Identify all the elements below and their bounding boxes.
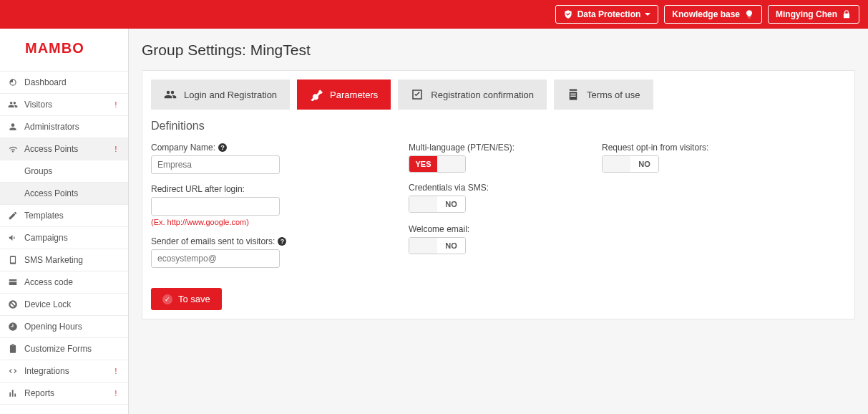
lightbulb-icon <box>744 9 754 19</box>
sidebar-sub-label: Groups <box>24 166 52 176</box>
toggle-no: NO <box>437 238 465 254</box>
sidebar-item-customize-forms[interactable]: Customize Forms <box>0 338 128 360</box>
field-label: Credentials via SMS: <box>409 183 573 193</box>
sidebar-item-label: SMS Marketing <box>24 255 83 265</box>
optin-toggle[interactable]: NO <box>602 155 659 173</box>
sidebar-item-opening-hours[interactable]: Opening Hours <box>0 316 128 338</box>
user-menu-button[interactable]: Mingying Chen <box>768 5 859 24</box>
tab-label: Registration confirmation <box>431 90 534 100</box>
tab-label: Parameters <box>330 90 378 100</box>
sidebar-item-label: Opening Hours <box>24 322 82 332</box>
tab-label: Terms of use <box>587 90 640 100</box>
field-welcome: Welcome email: NO <box>409 224 573 256</box>
field-multilang: Multi-language (PT/EN/ES): YES <box>409 143 573 173</box>
data-protection-label: Data Protection <box>577 9 641 19</box>
people-icon <box>7 100 19 110</box>
person-icon <box>7 122 19 132</box>
company-name-input[interactable] <box>151 155 280 174</box>
tab-label: Login and Registration <box>184 90 277 100</box>
page-title: Group Settings: MingTest <box>142 42 855 59</box>
sidebar-item-visitors[interactable]: Visitors ! <box>0 94 128 116</box>
tab-registration-confirmation[interactable]: Registration confirmation <box>398 80 547 110</box>
mobile-icon <box>7 255 19 265</box>
sidebar-item-label: Customize Forms <box>24 344 92 354</box>
redirect-url-input[interactable] <box>151 197 280 216</box>
sidebar-item-label: Integrations <box>24 366 69 376</box>
sidebar-item-templates[interactable]: Templates <box>0 205 128 227</box>
data-protection-button[interactable]: Data Protection <box>555 5 659 24</box>
field-sender-email: Sender of emails sent to visitors: ? <box>151 236 380 268</box>
section-title: Definitions <box>151 120 846 133</box>
app-body: MAMBO Dashboard Visitors ! Administrator… <box>0 29 868 414</box>
field-label: Company Name: ? <box>151 143 380 153</box>
tab-parameters[interactable]: Parameters <box>297 80 391 110</box>
megaphone-icon <box>7 233 19 243</box>
field-label: Request opt-in from visitors: <box>602 143 766 153</box>
field-label: Redirect URL after login: <box>151 184 380 194</box>
bar-chart-icon <box>7 388 19 398</box>
save-button[interactable]: To save <box>151 288 222 310</box>
help-icon[interactable]: ? <box>218 143 227 152</box>
sidebar-sub-access-points[interactable]: Access Points <box>0 183 128 205</box>
field-label: Multi-language (PT/EN/ES): <box>409 143 573 153</box>
form-col-3: Request opt-in from visitors: NO <box>602 143 766 278</box>
field-sms: Credentials via SMS: NO <box>409 183 573 214</box>
tabs: Login and Registration Parameters Regist… <box>151 80 846 110</box>
sidebar-item-label: Reports <box>24 388 54 398</box>
label-text: Sender of emails sent to visitors: <box>151 236 275 246</box>
sms-toggle[interactable]: NO <box>409 196 466 213</box>
tab-login-registration[interactable]: Login and Registration <box>151 80 290 110</box>
alert-badge: ! <box>111 366 121 376</box>
gauge-icon <box>7 77 19 87</box>
people-icon <box>164 88 177 101</box>
main-content: Group Settings: MingTest Login and Regis… <box>129 29 868 414</box>
chevron-down-icon <box>645 13 650 16</box>
sidebar-item-campaigns[interactable]: Campaigns <box>0 227 128 249</box>
sidebar-item-integrations[interactable]: Integrations ! <box>0 360 128 382</box>
welcome-toggle[interactable]: NO <box>409 237 466 254</box>
sidebar-item-device-lock[interactable]: Device Lock <box>0 294 128 316</box>
sidebar-sub-groups[interactable]: Groups <box>0 160 128 183</box>
sidebar-item-label: Templates <box>24 211 64 221</box>
code-icon <box>7 366 19 376</box>
clipboard-icon <box>7 344 19 354</box>
sidebar-item-label: Visitors <box>24 100 52 110</box>
alert-badge: ! <box>111 388 121 398</box>
sidebar-item-label: Access code <box>24 277 73 287</box>
shield-icon <box>563 9 573 19</box>
sidebar-item-reports[interactable]: Reports ! <box>0 382 128 405</box>
topbar: Data Protection Knowledge base Mingying … <box>0 0 868 29</box>
sidebar-item-sms-marketing[interactable]: SMS Marketing <box>0 249 128 271</box>
knowledge-base-button[interactable]: Knowledge base <box>664 5 762 24</box>
knowledge-base-label: Knowledge base <box>672 9 740 19</box>
wrench-icon <box>310 88 323 101</box>
sidebar: MAMBO Dashboard Visitors ! Administrator… <box>0 29 129 414</box>
toggle-blank <box>409 238 437 254</box>
sidebar-item-access-code[interactable]: Access code <box>0 271 128 294</box>
field-company-name: Company Name: ? <box>151 143 380 174</box>
user-name-label: Mingying Chen <box>776 9 837 19</box>
field-label: Sender of emails sent to visitors: ? <box>151 236 380 246</box>
sidebar-item-label: Access Points <box>24 144 78 154</box>
field-optin: Request opt-in from visitors: NO <box>602 143 766 174</box>
sidebar-sub-label: Access Points <box>24 188 78 198</box>
check-square-icon <box>411 88 424 101</box>
sidebar-item-access-points[interactable]: Access Points ! <box>0 138 128 160</box>
tab-terms-of-use[interactable]: Terms of use <box>554 80 653 110</box>
clock-icon <box>7 322 19 332</box>
sender-email-input[interactable] <box>151 249 280 268</box>
help-icon[interactable]: ? <box>278 237 286 246</box>
field-hint: (Ex. http://www.google.com) <box>151 218 380 226</box>
sidebar-item-administrators[interactable]: Administrators <box>0 116 128 138</box>
label-text: Redirect URL after login: <box>151 184 245 194</box>
sidebar-item-dashboard[interactable]: Dashboard <box>0 72 128 94</box>
nav: Dashboard Visitors ! Administrators Acce… <box>0 72 128 414</box>
check-circle-icon <box>162 294 172 304</box>
toggle-blank <box>409 196 437 212</box>
logo[interactable]: MAMBO <box>0 29 128 72</box>
label-text: Company Name: <box>151 143 215 153</box>
logo-svg: MAMBO <box>25 39 104 57</box>
form-col-2: Multi-language (PT/EN/ES): YES Credentia… <box>409 143 573 278</box>
pencil-icon <box>7 211 19 221</box>
multilang-toggle[interactable]: YES <box>409 155 466 173</box>
